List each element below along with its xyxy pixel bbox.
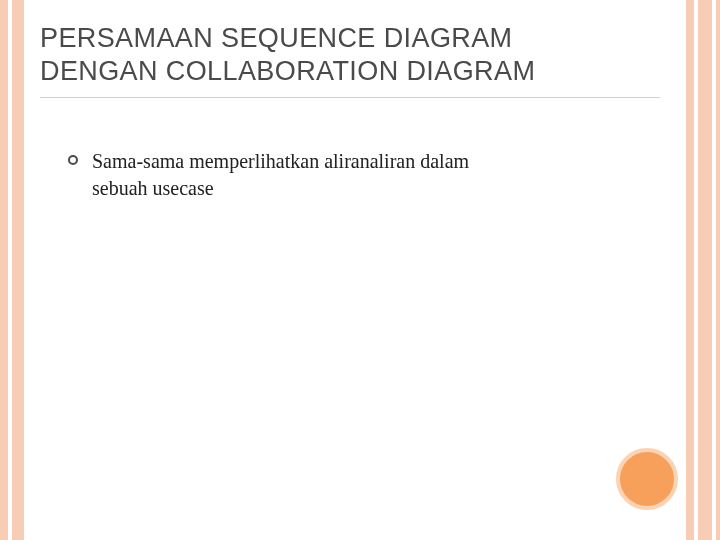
title-underline	[40, 97, 660, 98]
title-line-1: PERSAMAAN SEQUENCE DIAGRAM	[40, 23, 513, 53]
title-line-2: DENGAN COLLABORATION DIAGRAM	[40, 56, 535, 86]
left-stripe-decoration	[0, 0, 30, 540]
bullet-text: Sama-sama memperlihatkan aliranaliran da…	[92, 148, 480, 202]
slide-title: PERSAMAAN SEQUENCE DIAGRAM DENGAN COLLAB…	[40, 22, 660, 88]
slide-body: Sama-sama memperlihatkan aliranaliran da…	[68, 148, 480, 202]
corner-circle-decoration	[616, 448, 678, 510]
slide: PERSAMAAN SEQUENCE DIAGRAM DENGAN COLLAB…	[0, 0, 720, 540]
right-stripe-decoration	[686, 0, 720, 540]
list-item: Sama-sama memperlihatkan aliranaliran da…	[68, 148, 480, 202]
bullet-icon	[68, 155, 78, 165]
